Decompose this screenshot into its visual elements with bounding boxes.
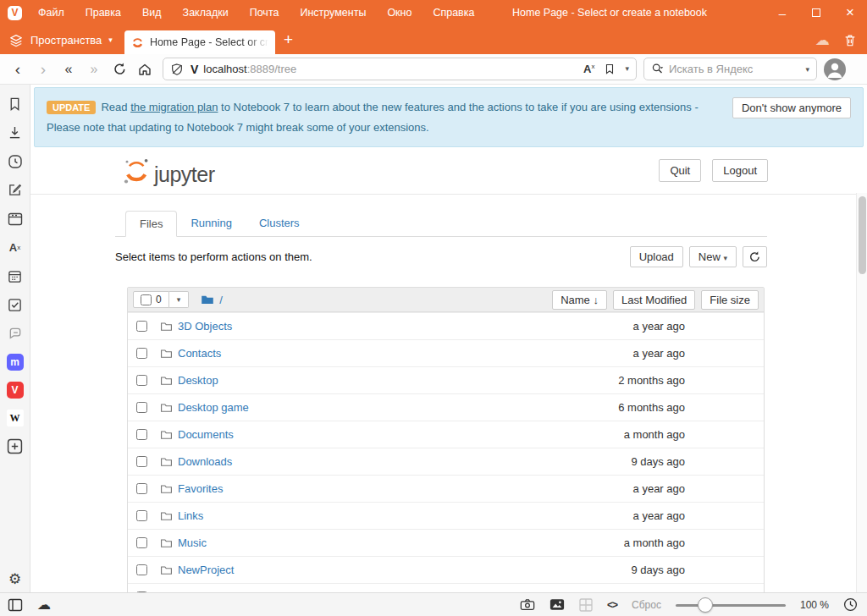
folder-link[interactable]: Favorites xyxy=(178,482,223,495)
workspaces-button[interactable]: Пространства ▾ xyxy=(8,32,113,47)
select-dropdown-button[interactable]: ▾ xyxy=(169,291,190,308)
migration-plan-link[interactable]: the migration plan xyxy=(130,101,218,113)
select-all-button[interactable]: 0 xyxy=(133,291,169,308)
breadcrumb-root-link[interactable]: / xyxy=(219,294,223,306)
row-checkbox[interactable] xyxy=(136,510,147,521)
url-text[interactable]: localhost:8889/tree xyxy=(203,63,583,75)
vivaldi-webpanel-icon[interactable]: V xyxy=(7,382,24,399)
sort-modified-button[interactable]: Last Modified xyxy=(613,290,695,310)
tab-clusters[interactable]: Clusters xyxy=(246,211,313,237)
downloads-panel-icon[interactable] xyxy=(6,124,24,141)
zoom-slider-track[interactable] xyxy=(676,604,786,607)
address-dropdown-icon[interactable]: ▾ xyxy=(625,64,629,73)
browser-logo-icon[interactable]: V xyxy=(8,6,22,20)
back-button[interactable]: ‹ xyxy=(5,61,30,77)
folder-link[interactable]: Contacts xyxy=(178,347,221,360)
reload-button[interactable] xyxy=(107,62,132,76)
fast-forward-button[interactable]: » xyxy=(81,63,107,76)
tasks-panel-icon[interactable] xyxy=(6,296,24,314)
capture-camera-icon[interactable] xyxy=(520,598,535,611)
tab-running[interactable]: Running xyxy=(177,211,245,237)
folder-link[interactable]: NewProject xyxy=(178,564,234,576)
settings-gear-icon[interactable]: ⚙ xyxy=(8,570,21,588)
zoom-slider[interactable] xyxy=(676,597,786,613)
logout-button[interactable]: Logout xyxy=(712,159,768,182)
dev-tools-code-icon[interactable]: <> xyxy=(607,599,617,611)
toggle-panel-icon[interactable] xyxy=(8,598,23,612)
search-engine-icon[interactable] xyxy=(651,63,664,75)
dismiss-banner-button[interactable]: Don't show anymore xyxy=(732,97,851,118)
profile-avatar[interactable] xyxy=(824,58,846,80)
row-checkbox[interactable] xyxy=(136,375,147,386)
translate-icon[interactable]: mAx xyxy=(583,63,594,75)
bookmarks-panel-icon[interactable] xyxy=(6,95,24,113)
history-panel-icon[interactable] xyxy=(6,152,24,170)
menu-mail[interactable]: Почта xyxy=(250,7,279,19)
row-checkbox[interactable] xyxy=(136,348,147,359)
page-scrollbar[interactable] xyxy=(856,193,867,592)
address-bar[interactable]: V localhost:8889/tree mAx ▾ xyxy=(163,58,637,80)
minimize-button[interactable]: – xyxy=(765,0,799,25)
refresh-list-button[interactable] xyxy=(743,246,767,267)
sync-status-cloud-icon[interactable]: ☁ xyxy=(37,597,51,613)
rewind-button[interactable]: « xyxy=(56,63,81,76)
trash-icon[interactable] xyxy=(843,33,857,47)
upload-button[interactable]: Upload xyxy=(630,246,683,267)
row-checkbox[interactable] xyxy=(136,564,147,575)
folder-link[interactable]: Links xyxy=(178,509,203,522)
row-checkbox[interactable] xyxy=(136,321,147,332)
site-badge-icon[interactable]: V xyxy=(191,63,198,76)
modified-label: a month ago xyxy=(516,428,685,441)
sync-cloud-icon[interactable]: ☁ xyxy=(815,31,830,49)
page-load-time-clock-icon[interactable] xyxy=(843,597,858,612)
menu-view[interactable]: Вид xyxy=(142,7,162,19)
new-dropdown-button[interactable]: New ▾ xyxy=(689,246,737,267)
wikipedia-webpanel-icon[interactable]: W xyxy=(7,410,24,426)
maximize-button[interactable] xyxy=(799,0,833,25)
add-webpanel-button[interactable] xyxy=(6,437,24,455)
menu-tools[interactable]: Инструменты xyxy=(300,7,366,19)
menu-file[interactable]: Файл xyxy=(38,7,64,19)
menu-edit[interactable]: Правка xyxy=(86,7,121,19)
tab-files[interactable]: Files xyxy=(125,211,177,237)
tiling-grid-icon[interactable] xyxy=(579,598,593,612)
search-box[interactable]: ▾ xyxy=(643,58,817,80)
folder-link[interactable]: 3D Objects xyxy=(178,320,232,333)
notes-panel-icon[interactable] xyxy=(6,181,24,199)
close-button[interactable]: × xyxy=(833,0,867,25)
scrollbar-thumb[interactable] xyxy=(859,196,866,274)
feedback-panel-icon[interactable] xyxy=(6,325,24,343)
menu-help[interactable]: Справка xyxy=(433,7,474,19)
row-checkbox[interactable] xyxy=(136,537,147,548)
browser-tab-active[interactable]: Home Page - Select or create a notebook xyxy=(124,30,275,54)
sort-name-button[interactable]: Name ↓ xyxy=(552,290,607,310)
search-dropdown-icon[interactable]: ▾ xyxy=(805,65,809,74)
menu-window[interactable]: Окно xyxy=(387,7,411,19)
row-checkbox[interactable] xyxy=(136,456,147,467)
new-tab-button[interactable]: + xyxy=(284,30,293,49)
zoom-reset-button[interactable]: Сброс xyxy=(632,599,661,611)
search-input[interactable] xyxy=(669,63,800,75)
mastodon-webpanel-icon[interactable]: m xyxy=(7,354,24,371)
menu-bookmarks[interactable]: Закладки xyxy=(183,7,229,19)
folder-link[interactable]: Desktop game xyxy=(178,401,249,414)
folder-link[interactable]: Music xyxy=(178,536,207,549)
bookmark-flag-icon[interactable] xyxy=(604,63,616,75)
content-blocker-shield-icon[interactable] xyxy=(170,63,184,76)
folder-link[interactable]: Desktop xyxy=(178,374,218,387)
translate-panel-icon[interactable]: Ax xyxy=(6,239,24,256)
page-actions-image-icon[interactable] xyxy=(549,598,565,611)
windows-panel-icon[interactable] xyxy=(6,210,24,228)
quit-button[interactable]: Quit xyxy=(659,159,701,182)
folder-link[interactable]: Documents xyxy=(178,428,234,441)
row-checkbox[interactable] xyxy=(136,429,147,440)
forward-button[interactable]: › xyxy=(30,61,56,77)
calendar-panel-icon[interactable] xyxy=(6,267,24,285)
row-checkbox[interactable] xyxy=(136,402,147,413)
row-checkbox[interactable] xyxy=(136,483,147,494)
select-all-checkbox[interactable] xyxy=(141,294,152,305)
sort-size-button[interactable]: File size xyxy=(701,290,759,310)
folder-link[interactable]: Downloads xyxy=(178,455,232,468)
zoom-slider-knob[interactable] xyxy=(698,597,713,613)
home-button[interactable] xyxy=(132,62,157,77)
